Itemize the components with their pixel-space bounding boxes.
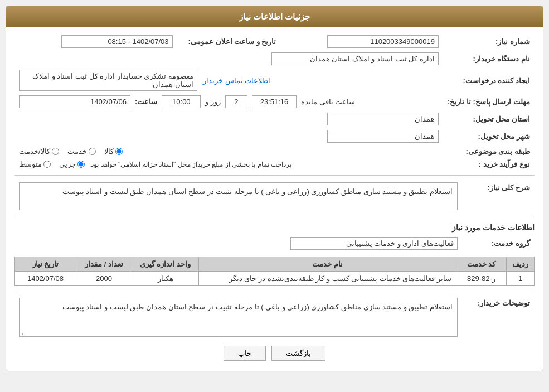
services-table: ردیف کد خدمت نام خدمت واحد اندازه گیری ت… <box>14 257 535 286</box>
remaining-label: ساعت باقی مانده <box>301 98 355 106</box>
response-deadline-label: مهلت ارسال پاسخ: تا تاریخ: <box>443 93 535 110</box>
purchase-medium-label: متوسط <box>19 160 42 168</box>
remaining-time-value: 23:51:16 <box>252 95 297 108</box>
city-value: همدان <box>327 130 439 143</box>
creator-label: ایجاد کننده درخواست: <box>443 67 535 93</box>
buyer-desc-label: توضیحات خریدار: <box>462 296 535 339</box>
category-option-goods-service[interactable]: کالا/خدمت <box>19 147 59 156</box>
description-value: استعلام تطبیق و مستند سازی مناطق کشاورزی… <box>19 182 458 210</box>
purchase-option-medium[interactable]: متوسط <box>19 160 51 168</box>
col-header-row: ردیف <box>507 257 535 272</box>
category-label: طبقه بندی موضوعی: <box>443 145 535 158</box>
category-radio-s[interactable] <box>89 148 96 155</box>
page-container: جزئیات اطلاعات نیاز شماره نیاز: 11020033… <box>0 0 549 392</box>
creator-value: معصومه تشکری حسابدار اداره کل ثبت اسناد … <box>19 70 197 91</box>
card-body: شماره نیاز: 1102003349000019 تاریخ و ساع… <box>6 27 543 371</box>
city-label: شهر محل تحویل: <box>443 128 535 145</box>
resize-indicator: ⌟ <box>21 330 23 336</box>
announce-date-label: تاریخ و ساعت اعلان عمومی: <box>177 33 281 50</box>
back-button[interactable]: بازگشت <box>271 346 325 361</box>
response-days-label: روز و <box>205 98 221 106</box>
category-option-service[interactable]: خدمت <box>67 147 96 156</box>
purchase-option-small[interactable]: جزیی <box>59 160 85 168</box>
button-group: بازگشت چاپ <box>14 346 535 361</box>
purchase-note: پرداخت تمام یا بخشی از مبلغ خریداز محل "… <box>89 161 291 168</box>
response-time-value: 10:00 <box>162 95 201 108</box>
cell-row: 1 <box>507 272 535 286</box>
buyer-desc-value: استعلام تطبیق و مستند سازی مناطق کشاورزی… <box>19 298 458 337</box>
services-section-label: اطلاعات خدمات مورد نیاز <box>14 223 535 232</box>
desc-table: شرح کلی نیاز: استعلام تطبیق و مستند سازی… <box>14 180 535 212</box>
divider-2 <box>14 217 535 217</box>
service-group-label: گروه خدمت: <box>462 235 535 252</box>
description-label: شرح کلی نیاز: <box>462 180 535 212</box>
purchase-small-label: جزیی <box>59 160 76 168</box>
service-group-table: گروه خدمت: فعالیت‌های اداری و خدمات پشتی… <box>14 235 535 252</box>
col-header-code: کد خدمت <box>456 257 507 272</box>
province-value: همدان <box>327 113 439 125</box>
category-radio-g[interactable] <box>115 148 123 155</box>
category-option-gs-label: کالا/خدمت <box>19 147 50 156</box>
col-header-name: نام خدمت <box>199 257 456 272</box>
col-header-unit: واحد اندازه گیری <box>132 257 199 272</box>
service-group-value: فعالیت‌های اداری و خدمات پشتیبانی <box>290 237 458 250</box>
col-header-date: تاریخ نیاز <box>15 257 76 272</box>
buyer-org-label: نام دستگاه خریدار: <box>443 50 535 67</box>
category-option-g-label: کالا <box>104 147 114 156</box>
contact-link[interactable]: اطلاعات تماس خریدار <box>203 76 270 85</box>
divider-1 <box>14 175 535 176</box>
province-label: استان محل تحویل: <box>443 110 535 128</box>
buyer-desc-table: توضیحات خریدار: استعلام تطبیق و مستند سا… <box>14 296 535 339</box>
category-option-goods[interactable]: کالا <box>104 147 123 156</box>
cell-code: ز-82-829 <box>456 272 507 286</box>
divider-3 <box>14 291 535 291</box>
col-header-qty: تعداد / مقدار <box>76 257 132 272</box>
response-days-value: 2 <box>225 95 247 108</box>
cell-qty: 2000 <box>76 272 132 286</box>
cell-name: سایر فعالیت‌های خدمات پشتیبانی کسب و کار… <box>199 272 456 286</box>
main-card: جزئیات اطلاعات نیاز شماره نیاز: 11020033… <box>6 6 543 371</box>
category-radio-gs[interactable] <box>52 148 59 155</box>
top-info-table: شماره نیاز: 1102003349000019 تاریخ و ساع… <box>14 33 535 171</box>
page-title: جزئیات اطلاعات نیاز <box>239 12 310 21</box>
purchase-radio-small[interactable] <box>77 161 85 168</box>
need-number-label: شماره نیاز: <box>443 33 535 50</box>
purchase-type-label: نوع فرآیند خرید : <box>443 158 535 171</box>
purchase-radio-medium[interactable] <box>43 161 51 168</box>
cell-date: 1402/07/08 <box>15 272 76 286</box>
response-date-value: 1402/07/06 <box>19 95 130 108</box>
buyer-org-value: اداره کل ثبت اسناد و املاک استان همدان <box>271 52 439 65</box>
cell-unit: هکتار <box>132 272 199 286</box>
need-number-value: 1102003349000019 <box>327 35 439 48</box>
table-row: 1 ز-82-829 سایر فعالیت‌های خدمات پشتیبان… <box>15 272 535 286</box>
card-header: جزئیات اطلاعات نیاز <box>6 6 543 27</box>
announce-date-value: 1402/07/03 - 08:15 <box>61 35 173 48</box>
print-button[interactable]: چاپ <box>224 346 266 361</box>
response-time-label: ساعت: <box>135 98 157 106</box>
category-option-s-label: خدمت <box>67 147 87 156</box>
